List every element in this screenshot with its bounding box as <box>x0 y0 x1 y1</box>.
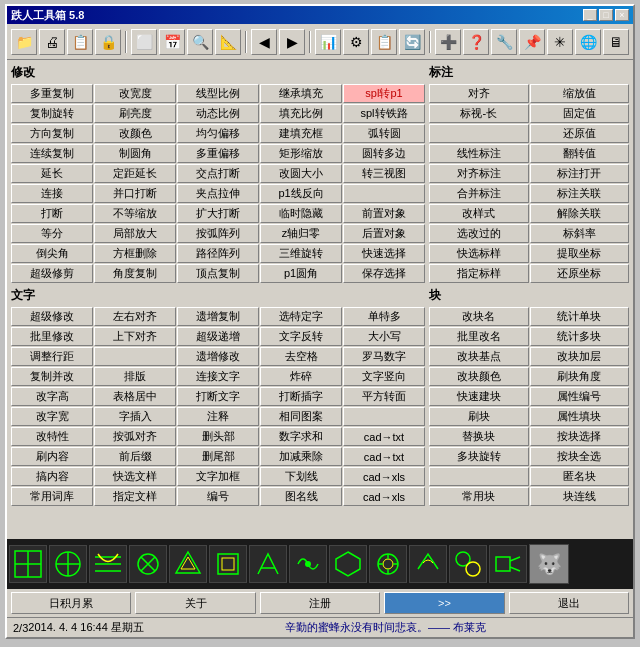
cell-顶点复制[interactable]: 顶点复制 <box>177 264 259 283</box>
cell-炸碎[interactable]: 炸碎 <box>260 367 342 386</box>
cell-字插入[interactable]: 字插入 <box>94 407 176 426</box>
cell-快选文样[interactable]: 快选文样 <box>94 467 176 486</box>
cell-删尾部[interactable]: 删尾部 <box>177 447 259 466</box>
cell-打断文字[interactable]: 打断文字 <box>177 387 259 406</box>
cell-数字求和[interactable]: 数字求和 <box>260 427 342 446</box>
toolbar-btn-19[interactable]: 🌐 <box>575 29 601 55</box>
toolbar-btn-7[interactable]: 📐 <box>215 29 241 55</box>
cell-统计单块[interactable]: 统计单块 <box>530 307 630 326</box>
cell-合并标注[interactable]: 合并标注 <box>429 184 529 203</box>
cell-刷内容[interactable]: 刷内容 <box>11 447 93 466</box>
cell-spl转p1[interactable]: spl转p1 <box>343 84 425 103</box>
cell-方框删除[interactable]: 方框删除 <box>94 244 176 263</box>
cell-改特性[interactable]: 改特性 <box>11 427 93 446</box>
cell-搞内容[interactable]: 搞内容 <box>11 467 93 486</box>
cell-属性编号[interactable]: 属性编号 <box>530 387 630 406</box>
cell-定距延长[interactable]: 定距延长 <box>94 164 176 183</box>
cell-遗增修改[interactable]: 遗增修改 <box>177 347 259 366</box>
cell-不等缩放[interactable]: 不等缩放 <box>94 204 176 223</box>
cell-指定文样[interactable]: 指定文样 <box>94 487 176 506</box>
cell-改字宽[interactable]: 改字宽 <box>11 407 93 426</box>
toolbar-btn-6[interactable]: 🔍 <box>187 29 213 55</box>
cell-延长[interactable]: 延长 <box>11 164 93 183</box>
cell-调整行距[interactable]: 调整行距 <box>11 347 93 366</box>
cell-注释[interactable]: 注释 <box>177 407 259 426</box>
toolbar-btn-12[interactable]: 📋 <box>371 29 397 55</box>
cell-交点打断[interactable]: 交点打断 <box>177 164 259 183</box>
cell-后置对象[interactable]: 后置对象 <box>343 224 425 243</box>
toolbar-btn-1[interactable]: 🖨 <box>39 29 65 55</box>
cell-改块颜色[interactable]: 改块颜色 <box>429 367 529 386</box>
cell-转三视图[interactable]: 转三视图 <box>343 164 425 183</box>
cell-保存选择[interactable]: 保存选择 <box>343 264 425 283</box>
cell-z轴归零[interactable]: z轴归零 <box>260 224 342 243</box>
cell-改颜色[interactable]: 改颜色 <box>94 124 176 143</box>
cell-匿名块[interactable]: 匿名块 <box>530 467 630 486</box>
cell-复制并改[interactable]: 复制并改 <box>11 367 93 386</box>
toolbar-btn-15[interactable]: ❓ <box>463 29 489 55</box>
toolbar-btn-2[interactable]: 📋 <box>67 29 93 55</box>
cell-固定值[interactable]: 固定值 <box>530 104 630 123</box>
cell-按块选择[interactable]: 按块选择 <box>530 427 630 446</box>
cell-按弧阵列[interactable]: 按弧阵列 <box>177 224 259 243</box>
icon-5[interactable] <box>209 545 247 583</box>
cell-改块加层[interactable]: 改块加层 <box>530 347 630 366</box>
cell-连接文字[interactable]: 连接文字 <box>177 367 259 386</box>
cell-替换块[interactable]: 替换块 <box>429 427 529 446</box>
cell-制圆角[interactable]: 制圆角 <box>94 144 176 163</box>
maximize-button[interactable]: □ <box>599 9 613 21</box>
cell-扩大打断[interactable]: 扩大打断 <box>177 204 259 223</box>
cell-删头部[interactable]: 删头部 <box>177 427 259 446</box>
cell-单特多[interactable]: 单特多 <box>343 307 425 326</box>
btn-exit[interactable]: 退出 <box>509 592 629 614</box>
cell-遗增复制[interactable]: 遗增复制 <box>177 307 259 326</box>
btn-about[interactable]: 关于 <box>135 592 255 614</box>
cell-统计多块[interactable]: 统计多块 <box>530 327 630 346</box>
icon-4[interactable] <box>169 545 207 583</box>
icon-8[interactable] <box>329 545 367 583</box>
cell-表格居中[interactable]: 表格居中 <box>94 387 176 406</box>
icon-7[interactable] <box>289 545 327 583</box>
toolbar-btn-14[interactable]: ➕ <box>435 29 461 55</box>
cell-刷块[interactable]: 刷块 <box>429 407 529 426</box>
cell-标视长[interactable]: 标视-长 <box>429 104 529 123</box>
cell-路径阵列[interactable]: 路径阵列 <box>177 244 259 263</box>
cell-快速建块[interactable]: 快速建块 <box>429 387 529 406</box>
cell-相同图案[interactable]: 相同图案 <box>260 407 342 426</box>
cell-并口打断[interactable]: 并口打断 <box>94 184 176 203</box>
cell-去空格[interactable]: 去空格 <box>260 347 342 366</box>
cell-打断[interactable]: 打断 <box>11 204 93 223</box>
toolbar-btn-9[interactable]: ▶ <box>279 29 305 55</box>
toolbar-btn-16[interactable]: 🔧 <box>491 29 517 55</box>
cell-上下对齐[interactable]: 上下对齐 <box>94 327 176 346</box>
cell-还原值[interactable]: 还原值 <box>530 124 630 143</box>
cell-还原坐标[interactable]: 还原坐标 <box>530 264 630 283</box>
cell-按弧对齐[interactable]: 按弧对齐 <box>94 427 176 446</box>
close-button[interactable]: × <box>615 9 629 21</box>
cell-选改过的[interactable]: 选改过的 <box>429 224 529 243</box>
cell-罗马数字[interactable]: 罗马数字 <box>343 347 425 366</box>
cell-p1圆角[interactable]: p1圆角 <box>260 264 342 283</box>
cell-连续复制[interactable]: 连续复制 <box>11 144 93 163</box>
cell-连接[interactable]: 连接 <box>11 184 93 203</box>
cell-解除关联[interactable]: 解除关联 <box>530 204 630 223</box>
icon-10[interactable] <box>409 545 447 583</box>
cell-临时隐藏[interactable]: 临时隐藏 <box>260 204 342 223</box>
toolbar-btn-5[interactable]: 📅 <box>159 29 185 55</box>
icon-11[interactable] <box>449 545 487 583</box>
toolbar-btn-4[interactable]: ⬜ <box>131 29 157 55</box>
cell-左右对齐[interactable]: 左右对齐 <box>94 307 176 326</box>
cell-前后缀[interactable]: 前后缀 <box>94 447 176 466</box>
toolbar-btn-11[interactable]: ⚙ <box>343 29 369 55</box>
cell-文字竖向[interactable]: 文字竖向 <box>343 367 425 386</box>
cell-动态比例[interactable]: 动态比例 <box>177 104 259 123</box>
cell-指定标样[interactable]: 指定标样 <box>429 264 529 283</box>
cell-改宽度[interactable]: 改宽度 <box>94 84 176 103</box>
toolbar-btn-17[interactable]: 📌 <box>519 29 545 55</box>
icon-1[interactable] <box>49 545 87 583</box>
cell-复制旋转[interactable]: 复制旋转 <box>11 104 93 123</box>
cell-超级修改[interactable]: 超级修改 <box>11 307 93 326</box>
cell-局部放大[interactable]: 局部放大 <box>94 224 176 243</box>
toolbar-btn-8[interactable]: ◀ <box>251 29 277 55</box>
cell-常用词库[interactable]: 常用词库 <box>11 487 93 506</box>
